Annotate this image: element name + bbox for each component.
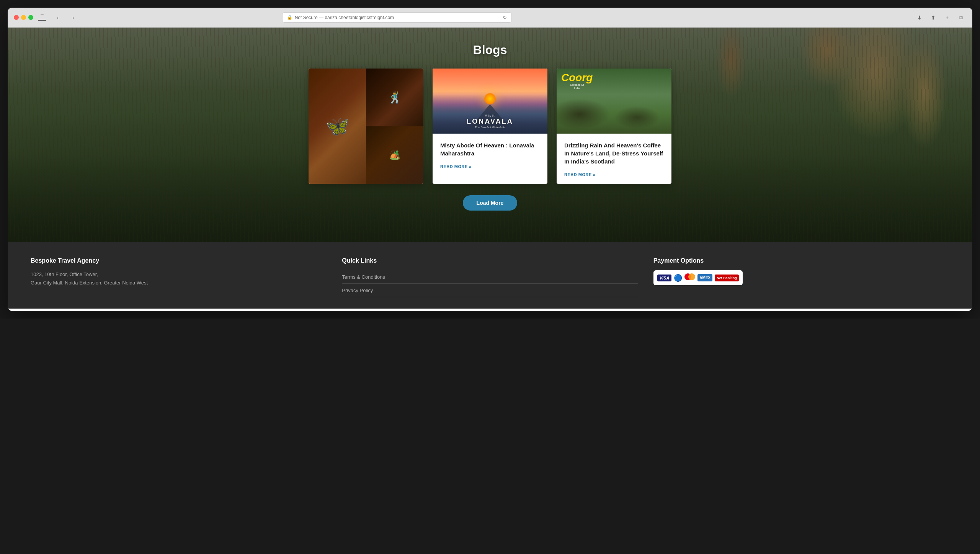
- maximize-button[interactable]: [28, 15, 33, 20]
- footer-links-list: Terms & Conditions Privacy Policy: [342, 270, 638, 297]
- coorg-card-image: Coorg Scotland OfIndia: [557, 69, 671, 134]
- tabs-button[interactable]: ⧉: [956, 13, 966, 22]
- address-bar[interactable]: 🔒 Not Secure — bariza.cheetahlogisticsfr…: [282, 12, 512, 23]
- lonavala-sun: [484, 93, 496, 105]
- browser-window: ‹ › 🔒 Not Secure — bariza.cheetahlogisti…: [8, 8, 972, 311]
- dubai-img-camp: [366, 126, 423, 184]
- footer: Bespoke Travel Agency 1023, 10th Floor, …: [8, 242, 972, 309]
- browser-action-buttons: ⬇ ⬆ + ⧉: [914, 13, 966, 22]
- footer-links-title: Quick Links: [342, 257, 638, 264]
- lonavala-main-label: LONAVALA: [433, 118, 547, 126]
- footer-agency-title: Bespoke Travel Agency: [31, 257, 327, 264]
- reload-icon[interactable]: ↻: [503, 15, 507, 20]
- footer-payment-title: Payment Options: [653, 257, 949, 264]
- lonavala-card-title: Misty Abode Of Heaven : Lonavala Maharas…: [440, 141, 540, 157]
- footer-link-terms[interactable]: Terms & Conditions: [342, 270, 638, 284]
- footer-agency-address: 1023, 10th Floor, Office Tower, Gaur Cit…: [31, 270, 327, 287]
- terms-link[interactable]: Terms & Conditions: [342, 274, 385, 280]
- coorg-card-title: Drizzling Rain And Heaven's Coffee In Na…: [564, 141, 664, 165]
- lonavala-read-more-link[interactable]: READ MORE »: [440, 164, 472, 169]
- coorg-read-more-link[interactable]: READ MORE »: [564, 172, 596, 177]
- url-text: Not Secure — bariza.cheetahlogisticsfrei…: [295, 15, 394, 20]
- footer-address-line2: Gaur City Mall, Noida Extension, Greater…: [31, 279, 327, 287]
- coorg-card-body: Drizzling Rain And Heaven's Coffee In Na…: [557, 134, 671, 184]
- footer-links-col: Quick Links Terms & Conditions Privacy P…: [342, 257, 638, 297]
- blog-card-coorg: Coorg Scotland OfIndia Drizzling Rain An…: [557, 69, 671, 184]
- security-icon: 🔒: [287, 15, 292, 20]
- sidebar-toggle-icon[interactable]: [38, 15, 46, 21]
- lonavala-overlay-text: Visit LONAVALA The Land of Waterfalls: [433, 114, 547, 129]
- minimize-button[interactable]: [21, 15, 26, 20]
- lonavala-card-body: Misty Abode Of Heaven : Lonavala Maharas…: [433, 134, 547, 176]
- load-more-button[interactable]: Load More: [463, 195, 518, 211]
- netbanking-icon: Net Banking: [715, 275, 739, 281]
- lonavala-card-image: Visit LONAVALA The Land of Waterfalls: [433, 69, 547, 134]
- new-tab-button[interactable]: +: [942, 13, 952, 22]
- footer-agency-col: Bespoke Travel Agency 1023, 10th Floor, …: [31, 257, 327, 297]
- footer-address-line1: 1023, 10th Floor, Office Tower,: [31, 270, 327, 279]
- dubai-card-image: [309, 69, 423, 184]
- footer-link-privacy[interactable]: Privacy Policy: [342, 284, 638, 297]
- download-button[interactable]: ⬇: [914, 13, 925, 22]
- privacy-link[interactable]: Privacy Policy: [342, 288, 373, 293]
- payment-icons-container: VISA 🔵 AMEX Net Banking: [653, 270, 743, 285]
- footer-payment-col: Payment Options VISA 🔵 AMEX Net Banking: [653, 257, 949, 297]
- page-content: Blogs My Dubai Desert Safari Experience …: [8, 28, 972, 311]
- blog-cards-container: My Dubai Desert Safari Experience READ M…: [302, 69, 678, 184]
- blog-section: Blogs My Dubai Desert Safari Experience …: [8, 28, 972, 242]
- forward-button[interactable]: ›: [68, 13, 78, 22]
- mastercard-icon: [684, 273, 695, 282]
- traffic-lights: [14, 15, 33, 20]
- maestro-icon: 🔵: [674, 274, 682, 282]
- dubai-img-costume: [309, 69, 366, 184]
- close-button[interactable]: [14, 15, 19, 20]
- coorg-logo: Coorg Scotland OfIndia: [561, 72, 593, 90]
- coorg-logo-text: Coorg: [561, 72, 593, 83]
- lonavala-sub-label: The Land of Waterfalls: [433, 126, 547, 129]
- browser-titlebar: ‹ › 🔒 Not Secure — bariza.cheetahlogisti…: [8, 8, 972, 28]
- blog-card-dubai: My Dubai Desert Safari Experience READ M…: [309, 69, 423, 184]
- blog-card-lonavala: Visit LONAVALA The Land of Waterfalls Mi…: [433, 69, 547, 184]
- amex-icon: AMEX: [697, 274, 712, 281]
- share-button[interactable]: ⬆: [928, 13, 939, 22]
- lonavala-visit-label: Visit: [433, 114, 547, 118]
- visa-icon: VISA: [657, 275, 672, 281]
- back-button[interactable]: ‹: [52, 13, 63, 22]
- blog-section-title: Blogs: [473, 43, 507, 57]
- dubai-img-dancer: [366, 69, 423, 126]
- coorg-logo-sub: Scotland OfIndia: [561, 83, 593, 90]
